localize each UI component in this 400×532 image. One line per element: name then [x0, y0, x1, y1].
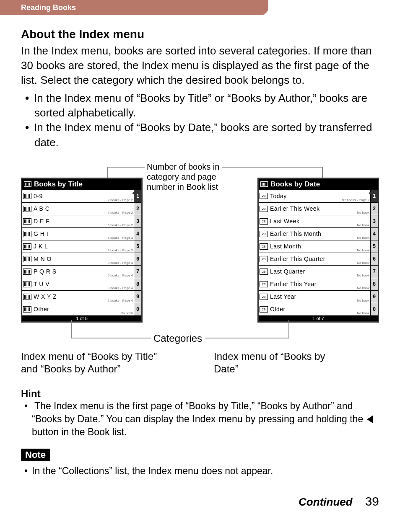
books-icon	[23, 306, 31, 312]
number-key[interactable]: 7	[134, 265, 141, 278]
category-row[interactable]: A B C5 books - Page 2	[22, 202, 134, 215]
books-icon	[23, 206, 31, 212]
connector-line	[71, 320, 72, 338]
number-column: 1234567890	[370, 190, 378, 315]
category-meta: 2 books - Page 4	[108, 299, 133, 302]
category-row[interactable]: Last YearNo book	[259, 290, 370, 303]
mini-screen-title: Books by Title	[34, 180, 83, 189]
selection-indicator-icon	[369, 191, 372, 196]
category-meta: 3 books - Page 4	[108, 286, 133, 290]
calendar-icon	[260, 231, 268, 237]
intro-bullet: In the Index menu of “Books by Title” or…	[25, 91, 379, 120]
category-row[interactable]: Today57 books - Page 2	[259, 190, 370, 202]
books-icon	[23, 231, 31, 237]
category-row[interactable]: Last QuarterNo book	[259, 265, 370, 278]
category-row[interactable]: T U V3 books - Page 4	[22, 278, 134, 290]
category-row[interactable]: Last MonthNo book	[259, 240, 370, 253]
callout-categories-label: Categories	[153, 333, 202, 345]
books-icon	[23, 269, 31, 275]
category-list: 0-92 books - Page 2A B C5 books - Page 2…	[22, 190, 134, 315]
mini-screen-header: Books by Date	[259, 179, 378, 190]
category-meta: 2 books - Page 2	[108, 198, 133, 202]
books-icon	[24, 181, 31, 187]
selection-indicator-icon	[132, 191, 135, 196]
number-key[interactable]: 9	[134, 290, 141, 303]
connector-line	[71, 338, 151, 338]
number-key[interactable]: 6	[370, 253, 378, 265]
header-section-label: Reading Books	[21, 3, 76, 12]
mini-screen-title: Books by Date	[270, 180, 320, 189]
category-row[interactable]: Earlier This MonthNo book	[259, 227, 370, 240]
note-list: In the “Collections” list, the Index men…	[21, 465, 379, 478]
number-key[interactable]: 8	[370, 278, 378, 290]
category-meta: 3 books - Page 3	[108, 236, 133, 240]
hint-list: The Index menu is the first page of “Boo…	[21, 400, 379, 439]
number-key[interactable]: 5	[370, 240, 378, 253]
number-key[interactable]: 2	[370, 202, 378, 215]
page-title: About the Index menu	[21, 28, 379, 41]
number-key[interactable]: 4	[370, 227, 378, 240]
category-row[interactable]: OtherNo book	[22, 303, 134, 315]
category-meta: 57 books - Page 2	[342, 198, 369, 202]
category-meta: No book	[357, 223, 369, 227]
page-content: About the Index menu In the Index menu, …	[0, 15, 400, 486]
category-row[interactable]: M N O3 books - Page 3	[22, 253, 134, 265]
category-row[interactable]: 0-92 books - Page 2	[22, 190, 134, 202]
category-row[interactable]: W X Y Z2 books - Page 4	[22, 290, 134, 303]
category-row[interactable]: J K L3 books - Page 3	[22, 240, 134, 253]
category-row[interactable]: G H I3 books - Page 3	[22, 227, 134, 240]
category-row[interactable]: P Q R S5 books - Page 4	[22, 265, 134, 278]
mini-screen-books-by-title: Books by Title 0-92 books - Page 2A B C5…	[21, 178, 143, 323]
page-footer: Continued 39	[0, 486, 400, 521]
header-section: Reading Books	[0, 0, 268, 15]
number-key[interactable]: 3	[134, 215, 141, 227]
number-key[interactable]: 2	[134, 202, 141, 215]
calendar-icon	[260, 306, 268, 312]
category-label: Last Quarter	[270, 268, 369, 275]
category-meta: No book	[120, 311, 133, 315]
number-key[interactable]: 0	[370, 303, 378, 315]
intro-bullet-list: In the Index menu of “Books by Title” or…	[21, 91, 379, 150]
mini-screen-books-by-date: Books by Date Today57 books - Page 2Earl…	[257, 178, 379, 323]
note-item: In the “Collections” list, the Index men…	[24, 465, 379, 478]
number-key[interactable]: 6	[134, 253, 141, 265]
category-meta: No book	[357, 311, 369, 315]
calendar-icon	[260, 193, 268, 199]
number-key[interactable]: 0	[134, 303, 141, 315]
category-meta: No book	[357, 236, 369, 240]
diagram-area: Number of books in category and page num…	[21, 162, 379, 384]
books-icon	[23, 256, 31, 262]
category-label: Last Month	[270, 243, 369, 250]
books-icon	[23, 193, 31, 199]
books-icon	[23, 243, 31, 250]
number-key[interactable]: 5	[134, 240, 141, 253]
category-row[interactable]: OlderNo book	[259, 303, 370, 315]
note-badge: Note	[21, 449, 50, 461]
calendar-icon	[260, 206, 268, 212]
category-meta: No book	[357, 211, 369, 214]
books-icon	[23, 218, 31, 225]
category-row[interactable]: Earlier This YearNo book	[259, 278, 370, 290]
category-row[interactable]: Earlier This QuarterNo book	[259, 253, 370, 265]
number-key[interactable]: 3	[370, 215, 378, 227]
calendar-icon	[260, 243, 268, 250]
category-meta: No book	[357, 248, 369, 252]
number-key[interactable]: 7	[370, 265, 378, 278]
number-key[interactable]: 8	[134, 278, 141, 290]
category-label: Earlier This Quarter	[270, 256, 369, 262]
calendar-icon	[260, 181, 268, 187]
books-icon	[23, 281, 31, 287]
calendar-icon	[260, 256, 268, 262]
hint-text-b: button in the Book list.	[32, 426, 127, 437]
category-row[interactable]: Last WeekNo book	[259, 215, 370, 227]
category-row[interactable]: Earlier This WeekNo book	[259, 202, 370, 215]
category-row[interactable]: D E F5 books - Page 2	[22, 215, 134, 227]
hint-item: The Index menu is the first page of “Boo…	[24, 400, 379, 439]
number-key[interactable]: 9	[370, 290, 378, 303]
category-meta: No book	[357, 274, 369, 277]
caption-left: Index menu of “Books by Title” and “Book…	[21, 350, 168, 375]
caption-right: Index menu of “Books by Date”	[214, 350, 352, 375]
number-key[interactable]: 4	[134, 227, 141, 240]
calendar-icon	[260, 269, 268, 275]
calendar-icon	[260, 294, 268, 300]
